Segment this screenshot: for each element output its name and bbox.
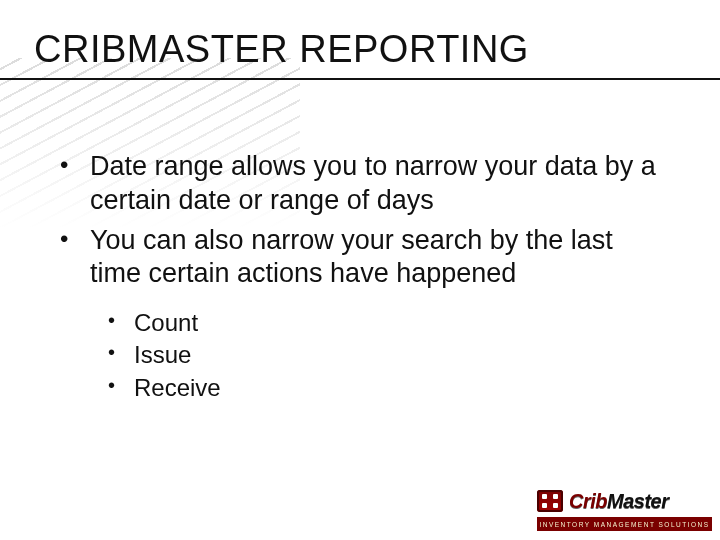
title-underline: [0, 78, 720, 80]
sub-bullet-item: Issue: [50, 339, 660, 371]
sub-bullet-list: Count Issue Receive: [50, 307, 660, 404]
sub-bullet-text: Receive: [134, 374, 221, 401]
sub-bullet-item: Count: [50, 307, 660, 339]
logo-wordmark: CribMaster: [569, 490, 668, 513]
logo-tagline: INVENTORY MANAGEMENT SOLUTIONS: [537, 517, 712, 531]
bullet-item: You can also narrow your search by the l…: [50, 224, 660, 292]
sub-bullet-item: Receive: [50, 372, 660, 404]
content-area: Date range allows you to narrow your dat…: [50, 150, 660, 404]
slide: CRIBMASTER REPORTING Date range allows y…: [0, 0, 720, 540]
sub-bullet-text: Issue: [134, 341, 191, 368]
logo-top-row: CribMaster: [537, 486, 712, 516]
sub-bullet-text: Count: [134, 309, 198, 336]
logo-word-main: Master: [607, 490, 668, 512]
logo-word-accent: Crib: [569, 490, 607, 512]
bullet-item: Date range allows you to narrow your dat…: [50, 150, 660, 218]
logo-mark-icon: [537, 490, 563, 512]
bullet-text: You can also narrow your search by the l…: [90, 225, 613, 289]
page-title: CRIBMASTER REPORTING: [34, 28, 529, 71]
cribmaster-logo: CribMaster INVENTORY MANAGEMENT SOLUTION…: [537, 486, 712, 532]
bullet-list: Date range allows you to narrow your dat…: [50, 150, 660, 291]
bullet-text: Date range allows you to narrow your dat…: [90, 151, 656, 215]
